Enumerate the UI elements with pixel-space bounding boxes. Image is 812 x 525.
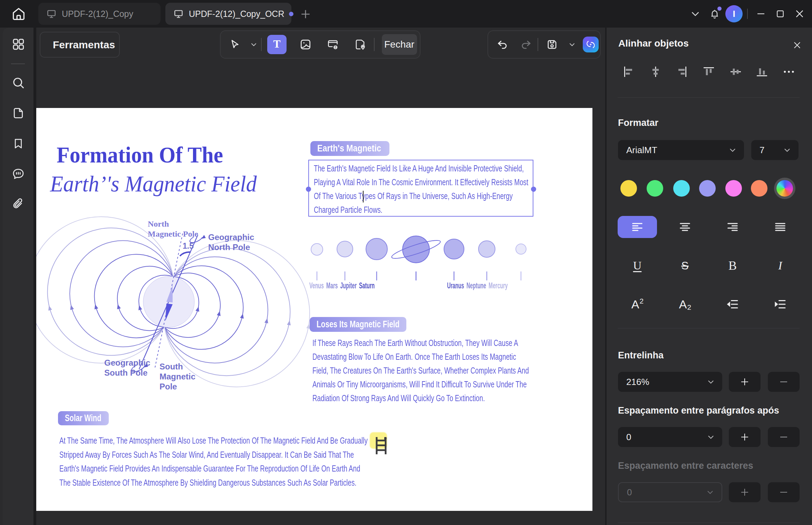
- redo-icon: [520, 38, 533, 51]
- line-spacing-select[interactable]: 216%: [618, 372, 722, 392]
- chevron-down-icon: [783, 146, 792, 155]
- italic-button[interactable]: I: [761, 255, 800, 277]
- comments-button[interactable]: [11, 166, 26, 181]
- tab-updf-copy-ocr[interactable]: UPDF-2(12)_Copy_OCR: [165, 3, 291, 25]
- notification-dot: [717, 7, 722, 11]
- text-align-justify-button[interactable]: [761, 216, 800, 238]
- text-cursor: [363, 191, 364, 202]
- color-swatch-pink[interactable]: [725, 180, 742, 197]
- close-panel-button[interactable]: [789, 37, 805, 53]
- tab-label: UPDF-2(12)_Copy_OCR: [189, 9, 284, 19]
- subscript-button[interactable]: A2: [665, 293, 705, 315]
- tab-label: UPDF-2(12)_Copy: [62, 9, 133, 19]
- home-button[interactable]: [10, 5, 28, 23]
- color-swatch-green[interactable]: [647, 180, 663, 197]
- font-size-select[interactable]: 7: [751, 140, 799, 160]
- align-middle-objects-button[interactable]: [727, 63, 744, 80]
- align-right-objects-button[interactable]: [674, 63, 690, 80]
- align-bottom-objects-button[interactable]: [754, 63, 770, 80]
- tag-solar-wind[interactable]: Solar Wind: [58, 411, 109, 425]
- bold-button[interactable]: B: [713, 255, 752, 277]
- bookmark-icon: [12, 137, 25, 150]
- paragraph-spacing-increase-button[interactable]: [729, 427, 761, 447]
- text-align-left-button[interactable]: [618, 216, 657, 238]
- line-spacing-decrease-button[interactable]: [768, 372, 800, 392]
- align-top-objects-button[interactable]: [700, 63, 717, 80]
- chevron-down-icon: [706, 377, 715, 386]
- char-spacing-increase-button[interactable]: [729, 482, 761, 502]
- panel-divider: [618, 97, 800, 98]
- superscript-button[interactable]: A2: [618, 293, 657, 315]
- save-options-dropdown[interactable]: [566, 40, 579, 49]
- align-middle-icon: [729, 65, 743, 79]
- home-icon: [11, 6, 27, 22]
- align-left-objects-button[interactable]: [620, 63, 637, 80]
- cursor-icon: [228, 38, 241, 51]
- line-spacing-increase-button[interactable]: [729, 372, 761, 392]
- unsaved-dot: [289, 12, 293, 16]
- label-north-magnetic-pole: North Magnetic Pole: [148, 219, 198, 239]
- char-spacing-select[interactable]: 0: [618, 482, 722, 502]
- selected-text-box[interactable]: The Earth's Magnetic Field Is Like A Hug…: [308, 160, 533, 217]
- close-edit-button[interactable]: Fechar: [379, 34, 420, 55]
- outdent-button[interactable]: [713, 293, 752, 315]
- text-align-center-button[interactable]: [665, 216, 705, 238]
- strikethrough-button[interactable]: S: [665, 255, 705, 277]
- underline-button[interactable]: U: [618, 255, 657, 277]
- link-tool-button[interactable]: [319, 38, 347, 51]
- new-tab-button[interactable]: [298, 6, 313, 22]
- doc-subtitle: Earth’'s Magnetic Field: [50, 171, 257, 197]
- color-swatch-orange[interactable]: [751, 180, 767, 197]
- redo-button[interactable]: [515, 38, 537, 51]
- text-align-right-button[interactable]: [713, 216, 752, 238]
- select-tool-button[interactable]: [223, 38, 246, 51]
- color-swatch-purple[interactable]: [699, 180, 716, 197]
- account-button[interactable]: I: [724, 4, 744, 23]
- ladder-annotation-icon[interactable]: [375, 436, 388, 455]
- color-swatch-yellow[interactable]: [620, 180, 637, 197]
- panel-divider: [618, 328, 800, 328]
- textbox-right-handle[interactable]: [531, 187, 536, 192]
- font-family-select[interactable]: ArialMT: [618, 140, 744, 160]
- format-panel: Alinhar objetos: [607, 28, 812, 525]
- tag-earths-magnetic[interactable]: Earth's Magnetic: [310, 141, 389, 156]
- minimize-button[interactable]: [751, 4, 771, 23]
- paragraph-spacing-select[interactable]: 0: [618, 427, 722, 447]
- search-button[interactable]: [11, 75, 26, 90]
- align-center-objects-button[interactable]: [647, 63, 664, 80]
- close-edit-label[interactable]: Fechar: [382, 34, 417, 55]
- indent-button[interactable]: [761, 293, 800, 315]
- text-align-left-icon: [630, 220, 644, 234]
- tag-loses-magnetic-field[interactable]: Loses Its Magnetic Field: [310, 317, 406, 332]
- undo-button[interactable]: [490, 38, 515, 51]
- bookmarks-button[interactable]: [11, 136, 26, 151]
- text-line: At The Same Time, The Atmosphere Will Al…: [59, 434, 368, 448]
- char-spacing-decrease-button[interactable]: [768, 482, 800, 502]
- text-line: Of The Various Types Of Rays in The Univ…: [314, 189, 528, 203]
- pages-button[interactable]: [11, 106, 26, 121]
- attachments-button[interactable]: [11, 197, 26, 212]
- notifications-button[interactable]: [705, 4, 724, 23]
- save-button[interactable]: [539, 38, 566, 51]
- apps-grid-button[interactable]: [11, 37, 26, 52]
- paragraph-spacing-decrease-button[interactable]: [768, 427, 800, 447]
- close-icon: [792, 40, 802, 50]
- more-align-options-button[interactable]: [781, 63, 797, 80]
- maximize-button[interactable]: [771, 4, 790, 23]
- page-icon: [11, 106, 25, 120]
- stamp-tool-button[interactable]: [347, 38, 374, 51]
- select-tool-dropdown[interactable]: [246, 40, 261, 49]
- tab-updf-copy[interactable]: UPDF-2(12)_Copy: [38, 3, 161, 25]
- image-tool-button[interactable]: [292, 38, 319, 51]
- text-tool-button[interactable]: T: [262, 35, 292, 54]
- ai-assistant-button[interactable]: [581, 37, 600, 52]
- textbox-left-handle[interactable]: [306, 187, 311, 192]
- planet-label-mercury: Mercury: [489, 281, 508, 290]
- tools-menu-button[interactable]: Ferramentas: [40, 32, 120, 58]
- label-geographic-north-pole: Geographic North Pole: [208, 232, 254, 252]
- document-page[interactable]: Formation Of The Earth’'s Magnetic Field: [36, 108, 592, 511]
- color-swatch-cyan[interactable]: [673, 180, 690, 197]
- close-window-button[interactable]: [790, 4, 809, 23]
- color-wheel-custom[interactable]: [776, 180, 793, 197]
- collapse-toolbar-button[interactable]: [686, 4, 705, 23]
